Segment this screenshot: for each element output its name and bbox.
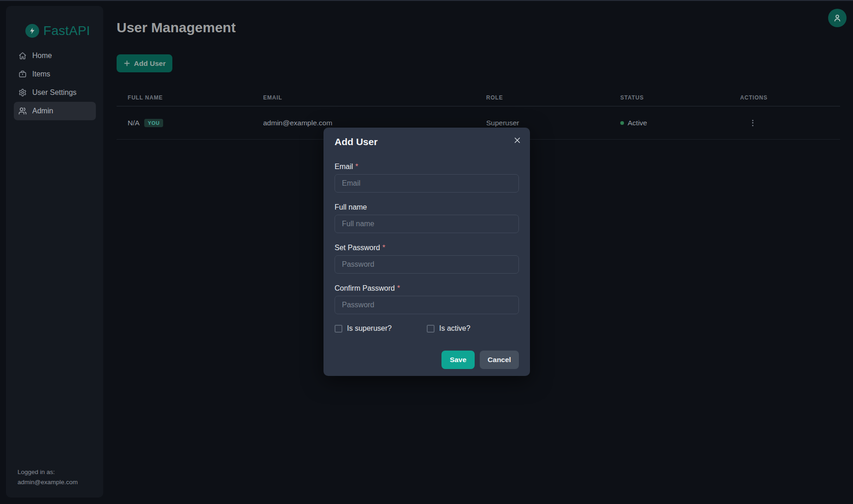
- is-active-label: Is active?: [439, 324, 471, 333]
- email-field[interactable]: [335, 174, 519, 193]
- modal-close-button[interactable]: [511, 134, 524, 147]
- is-active-checkbox[interactable]: Is active?: [427, 324, 471, 333]
- status-badge: Active: [628, 119, 647, 127]
- users-icon: [18, 107, 27, 115]
- modal-checkbox-row: Is superuser? Is active?: [335, 324, 519, 333]
- cell-full-name: N/A: [128, 119, 140, 127]
- cell-email: admin@example.com: [263, 119, 332, 127]
- required-asterisk: *: [397, 284, 400, 292]
- logged-in-info: Logged in as: admin@example.com: [18, 467, 78, 487]
- table-header: FULL NAME EMAIL ROLE STATUS ACTIONS: [117, 89, 840, 106]
- ellipsis-vertical-icon: [752, 120, 753, 121]
- user-icon: [833, 13, 842, 23]
- set-password-field-label: Set Password*: [335, 243, 519, 252]
- sidebar: FastAPI Home Items: [6, 6, 103, 498]
- required-asterisk: *: [382, 244, 385, 252]
- full-name-field-label: Full name: [335, 203, 519, 212]
- gear-icon: [18, 88, 27, 97]
- sidebar-item-home[interactable]: Home: [14, 47, 96, 65]
- email-field-group: Email*: [335, 162, 519, 193]
- cell-role: Superuser: [486, 119, 519, 127]
- confirm-password-field-group: Confirm Password*: [335, 284, 519, 314]
- add-user-button-label: Add User: [134, 59, 166, 68]
- sidebar-item-admin[interactable]: Admin: [14, 102, 96, 120]
- checkbox-icon: [427, 325, 435, 333]
- column-header-role: ROLE: [475, 94, 609, 101]
- modal-actions: Save Cancel: [335, 351, 519, 369]
- sidebar-item-label: Items: [32, 70, 50, 78]
- sidebar-item-label: User Settings: [32, 88, 76, 97]
- brand-logo: FastAPI: [25, 23, 90, 38]
- checkbox-icon: [335, 325, 342, 333]
- status-dot: [620, 121, 624, 125]
- column-header-email: EMAIL: [252, 94, 475, 101]
- sidebar-item-label: Home: [32, 52, 52, 60]
- full-name-field[interactable]: [335, 215, 519, 233]
- briefcase-icon: [18, 70, 27, 78]
- plus-icon: [124, 60, 130, 67]
- add-user-modal: Add User Email* Full name Set Password* …: [324, 128, 530, 376]
- email-field-label: Email*: [335, 162, 519, 171]
- cancel-button[interactable]: Cancel: [480, 351, 519, 369]
- brand-name: FastAPI: [43, 23, 90, 38]
- column-header-full-name: FULL NAME: [117, 94, 252, 101]
- confirm-password-field-label: Confirm Password*: [335, 284, 519, 293]
- full-name-field-group: Full name: [335, 203, 519, 233]
- is-superuser-label: Is superuser?: [347, 324, 392, 333]
- set-password-field[interactable]: [335, 255, 519, 274]
- save-button[interactable]: Save: [441, 351, 475, 369]
- sidebar-item-label: Admin: [32, 107, 53, 115]
- column-header-status: STATUS: [609, 94, 729, 101]
- sidebar-item-user-settings[interactable]: User Settings: [14, 83, 96, 102]
- page-title: User Management: [117, 19, 235, 36]
- set-password-field-group: Set Password*: [335, 243, 519, 274]
- modal-title: Add User: [335, 136, 519, 148]
- column-header-actions: ACTIONS: [729, 94, 840, 101]
- add-user-button[interactable]: Add User: [117, 54, 172, 72]
- required-asterisk: *: [355, 163, 358, 170]
- window-top-strip: [0, 0, 853, 1]
- fastapi-bolt-icon: [25, 24, 39, 38]
- you-badge: YOU: [144, 119, 164, 127]
- logged-in-label: Logged in as:: [18, 467, 78, 477]
- is-superuser-checkbox[interactable]: Is superuser?: [335, 324, 427, 333]
- confirm-password-field[interactable]: [335, 296, 519, 314]
- sidebar-nav: Home Items User Settings: [14, 47, 96, 120]
- row-actions-menu-button[interactable]: [749, 118, 756, 128]
- home-icon: [18, 52, 27, 60]
- close-icon: [513, 136, 521, 144]
- user-avatar-button[interactable]: [828, 9, 847, 27]
- logged-in-email: admin@example.com: [18, 477, 78, 487]
- sidebar-item-items[interactable]: Items: [14, 65, 96, 83]
